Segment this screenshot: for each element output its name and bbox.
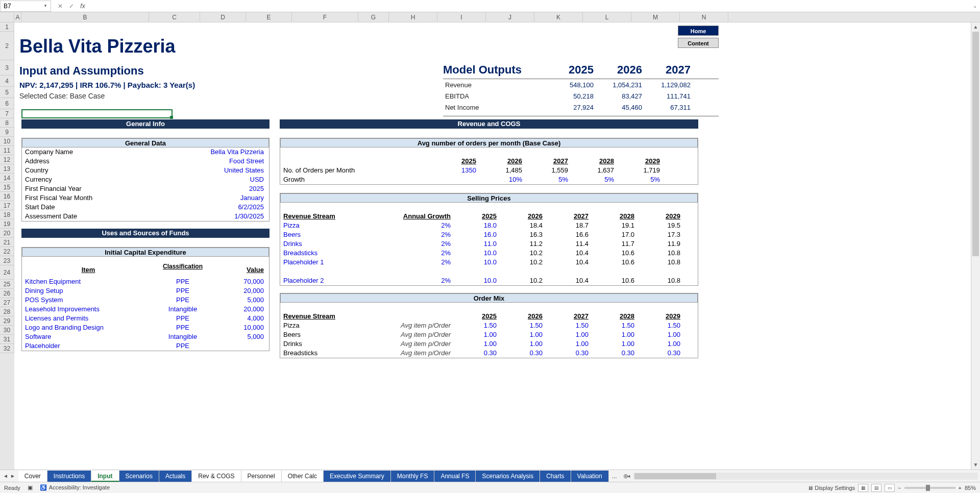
fx-icon[interactable]: fx bbox=[78, 1, 88, 11]
row-header[interactable]: 18 bbox=[0, 210, 14, 219]
row-header[interactable]: 11 bbox=[0, 146, 14, 155]
row-header[interactable]: 14 bbox=[0, 174, 14, 183]
page-break-button[interactable]: ▭ bbox=[885, 484, 895, 492]
general-data-table: General Data Company NameBella Vita Pizz… bbox=[21, 138, 270, 221]
sheet-tab[interactable]: Input bbox=[91, 471, 119, 482]
row-header[interactable]: 24 bbox=[0, 265, 14, 280]
sheet-tab[interactable]: Scenarios Analysis bbox=[476, 471, 540, 482]
sheet-tab[interactable]: Monthly FS bbox=[391, 471, 435, 482]
sheet-tab[interactable]: Other Calc bbox=[282, 471, 324, 482]
row-header[interactable]: 32 bbox=[0, 344, 14, 353]
row-header[interactable]: 15 bbox=[0, 183, 14, 192]
row-header[interactable]: 16 bbox=[0, 192, 14, 201]
tab-last-icon[interactable]: ► bbox=[10, 473, 15, 479]
macro-record-icon[interactable]: ▣ bbox=[28, 484, 33, 491]
row-header[interactable]: 2 bbox=[0, 32, 14, 60]
column-header[interactable]: I bbox=[437, 12, 486, 22]
tabs-more[interactable]: ... bbox=[609, 473, 620, 480]
display-settings[interactable]: 🖥 Display Settings bbox=[807, 485, 855, 491]
zoom-in-button[interactable]: + bbox=[959, 485, 962, 491]
horizontal-scrollbar[interactable]: ◄ ► bbox=[633, 473, 978, 480]
sheet-tab[interactable]: Personnel bbox=[241, 471, 282, 482]
sheet-tab[interactable]: Rev & COGS bbox=[192, 471, 241, 482]
row-header[interactable]: 8 bbox=[0, 118, 14, 128]
column-headers: ABCDEFGHIJKLMN bbox=[0, 12, 980, 22]
sheet-tab[interactable]: Instructions bbox=[47, 471, 91, 482]
zoom-slider[interactable] bbox=[904, 487, 955, 489]
page-layout-button[interactable]: ▤ bbox=[871, 484, 881, 492]
sheet-tab[interactable]: Cover bbox=[18, 471, 47, 482]
formula-bar-buttons: ✕ ✓ fx bbox=[51, 1, 92, 11]
column-header[interactable]: G bbox=[358, 12, 389, 22]
formula-input[interactable] bbox=[92, 1, 970, 12]
row-header[interactable]: 26 bbox=[0, 289, 14, 298]
column-header[interactable]: E bbox=[246, 12, 292, 22]
sheet-tab[interactable]: Valuation bbox=[571, 471, 609, 482]
row-header[interactable]: 21 bbox=[0, 238, 14, 247]
row-header[interactable]: 6 bbox=[0, 98, 14, 109]
avg-orders-table: Avg number of orders per month (Base Cas… bbox=[280, 138, 698, 185]
column-header[interactable]: D bbox=[200, 12, 246, 22]
grid[interactable]: Home Content Bella Vita Pizzeria Input a… bbox=[14, 22, 971, 470]
enter-icon[interactable]: ✓ bbox=[66, 1, 77, 11]
accessibility-status[interactable]: ♿Accessibility: Investigate bbox=[40, 484, 110, 491]
column-header[interactable]: H bbox=[389, 12, 437, 22]
column-header[interactable]: N bbox=[680, 12, 728, 22]
scroll-down-icon[interactable]: ▼ bbox=[971, 460, 980, 470]
row-header[interactable]: 17 bbox=[0, 201, 14, 210]
row-header[interactable]: 27 bbox=[0, 298, 14, 307]
column-header[interactable]: A bbox=[14, 12, 21, 22]
normal-view-button[interactable]: ▦ bbox=[858, 484, 868, 492]
sheet-tab[interactable]: Actuals bbox=[159, 471, 192, 482]
row-header[interactable]: 20 bbox=[0, 229, 14, 238]
row-header[interactable]: 4 bbox=[0, 76, 14, 87]
formula-expand-icon[interactable]: ⌄ bbox=[970, 3, 980, 9]
column-header[interactable]: J bbox=[486, 12, 534, 22]
selling-prices-table: Selling Prices Revenue Stream Annual Gro… bbox=[280, 193, 698, 286]
row-header[interactable]: 19 bbox=[0, 219, 14, 229]
name-box-dropdown-icon[interactable]: ▼ bbox=[43, 4, 47, 8]
scroll-up-icon[interactable]: ▲ bbox=[971, 22, 980, 32]
cancel-icon[interactable]: ✕ bbox=[55, 1, 65, 11]
row-header[interactable]: 12 bbox=[0, 155, 14, 164]
column-header[interactable]: K bbox=[534, 12, 583, 22]
scroll-left-icon[interactable]: ◄ bbox=[625, 473, 632, 480]
page-title: Bella Vita Pizzeria bbox=[14, 32, 181, 61]
row-header[interactable]: 29 bbox=[0, 316, 14, 326]
sheet-tab[interactable]: Annual FS bbox=[434, 471, 476, 482]
model-outputs-header: Model Outputs 2025 2026 2027 bbox=[443, 63, 719, 77]
vscroll-thumb[interactable] bbox=[972, 32, 979, 256]
column-header[interactable]: M bbox=[631, 12, 680, 22]
row-header[interactable]: 28 bbox=[0, 307, 14, 316]
row-header[interactable]: 3 bbox=[0, 60, 14, 76]
row-header[interactable]: 30 bbox=[0, 326, 14, 335]
home-button[interactable]: Home bbox=[678, 26, 719, 36]
selected-case: Selected Case: Base Case bbox=[14, 91, 110, 101]
column-header[interactable]: C bbox=[149, 12, 200, 22]
row-header[interactable]: 23 bbox=[0, 256, 14, 265]
vertical-scrollbar[interactable]: ▲ ▼ bbox=[971, 22, 980, 470]
name-box[interactable]: B7 ▼ bbox=[0, 1, 51, 12]
sheet-tab[interactable]: Scenarios bbox=[119, 471, 159, 482]
row-header[interactable]: 22 bbox=[0, 247, 14, 256]
column-header[interactable]: L bbox=[583, 12, 631, 22]
sheet-tab[interactable]: Executive Summary bbox=[324, 471, 391, 482]
row-header[interactable]: 31 bbox=[0, 335, 14, 344]
column-header[interactable]: F bbox=[292, 12, 358, 22]
row-header[interactable]: 13 bbox=[0, 164, 14, 174]
zoom-out-button[interactable]: − bbox=[898, 485, 901, 491]
select-all-corner[interactable] bbox=[0, 12, 14, 22]
row-header[interactable]: 25 bbox=[0, 280, 14, 289]
column-header[interactable]: B bbox=[21, 12, 149, 22]
row-header[interactable]: 7 bbox=[0, 109, 14, 118]
tab-first-icon[interactable]: ◄ bbox=[3, 473, 8, 479]
sheet-tab[interactable]: Charts bbox=[540, 471, 571, 482]
content-button[interactable]: Content bbox=[678, 38, 719, 48]
row-header[interactable]: 5 bbox=[0, 87, 14, 98]
formula-bar: B7 ▼ ✕ ✓ fx ⌄ bbox=[0, 0, 980, 12]
tab-nav: ◄ ► bbox=[0, 473, 18, 479]
row-header[interactable]: 9 bbox=[0, 128, 14, 137]
row-header[interactable]: 10 bbox=[0, 137, 14, 146]
row-header[interactable]: 1 bbox=[0, 22, 14, 32]
hscroll-thumb[interactable] bbox=[634, 473, 716, 479]
